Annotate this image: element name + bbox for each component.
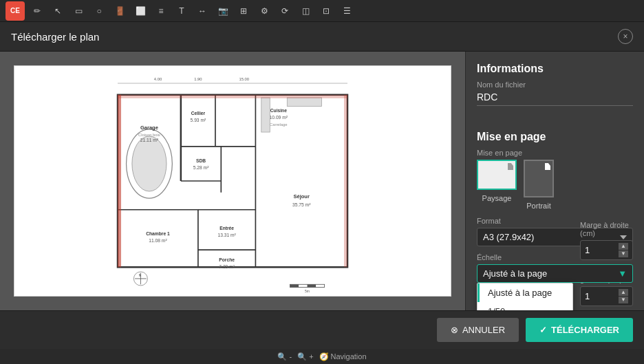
zoom-in-item[interactable]: 🔍 +: [297, 352, 313, 361]
floor-plan-container: 4.00 1.90 15.00: [14, 65, 451, 297]
settings-panel: Informations Nom du fichier RDC Mise en …: [465, 52, 644, 310]
scale-option-auto[interactable]: Ajusté à la page: [477, 283, 572, 302]
zoom-out-item[interactable]: 🔍 -: [277, 352, 292, 361]
margin-left-spinners: ▲ ▼: [619, 289, 628, 303]
margin-left-input[interactable]: [585, 291, 619, 301]
scale-select-btn[interactable]: Ajusté à la page ▼: [477, 264, 633, 283]
orientation-row: Paysage Portrait: [477, 160, 633, 210]
toolbar-icon-extra4[interactable]: ☰: [339, 3, 355, 19]
landscape-doc-icon: [508, 163, 513, 170]
toolbar-icon-cursor[interactable]: ↖: [50, 3, 66, 19]
download-button[interactable]: ✓ TÉLÉCHARGER: [526, 318, 633, 342]
svg-text:Carrelage: Carrelage: [270, 122, 288, 127]
toolbar-icon-door[interactable]: 🚪: [111, 3, 128, 19]
orientation-label: Mise en page: [477, 149, 633, 157]
navigation-icon: 🧭: [319, 352, 329, 361]
top-toolbar: CE ✏ ↖ ▭ ○ 🚪 ⬜ ≡ T ↔ 📷 ⊞ ⚙ ⟳ ◫ ⊡ ☰: [0, 0, 644, 22]
mise-en-page-title: Mise en page: [477, 131, 633, 143]
toolbar-icon-layers[interactable]: ⊞: [235, 3, 252, 19]
toolbar-icon-text[interactable]: T: [173, 3, 190, 19]
plan-preview-area: 4.00 1.90 15.00: [0, 52, 465, 310]
svg-text:Garage: Garage: [140, 125, 158, 131]
zoom-in-icon: 🔍: [297, 352, 307, 361]
svg-text:11.08 m²: 11.08 m²: [149, 238, 167, 243]
filename-label: Nom du fichier: [477, 81, 633, 89]
toolbar-icon-dimension[interactable]: ↔: [194, 3, 211, 19]
cancel-button[interactable]: ⊗ ANNULER: [437, 318, 519, 342]
svg-text:35.75 m²: 35.75 m²: [292, 202, 311, 207]
svg-text:5m: 5m: [305, 289, 310, 293]
svg-point-18: [132, 136, 167, 191]
svg-text:Cloison bois: Cloison bois: [138, 133, 160, 137]
portrait-box[interactable]: [524, 160, 554, 197]
svg-text:15.00: 15.00: [239, 77, 249, 81]
navigation-item[interactable]: 🧭 Navigation: [319, 352, 367, 361]
margin-right-up-btn[interactable]: ▲: [619, 243, 628, 250]
svg-text:4.00: 4.00: [154, 77, 162, 81]
toolbar-icon-circle[interactable]: ○: [91, 3, 107, 19]
toolbar-icon-extra2[interactable]: ◫: [297, 3, 314, 19]
informations-section: Informations Nom du fichier RDC: [477, 63, 633, 106]
informations-title: Informations: [477, 63, 633, 75]
margin-left-down-btn[interactable]: ▼: [619, 297, 628, 303]
toolbar-icon-extra3[interactable]: ⊡: [318, 3, 334, 19]
portrait-btn[interactable]: Portrait: [524, 160, 554, 210]
toolbar-icon-window[interactable]: ⬜: [132, 3, 149, 19]
svg-rect-48: [118, 95, 347, 98]
svg-rect-27: [261, 98, 270, 132]
modal-header: Télécharger le plan ×: [0, 22, 644, 52]
modal-title: Télécharger le plan: [11, 31, 99, 43]
filename-value: RDC: [477, 92, 633, 106]
svg-rect-47: [118, 95, 121, 268]
portrait-label: Portrait: [526, 202, 550, 210]
svg-text:10.09 m²: 10.09 m²: [270, 115, 288, 120]
download-label: TÉLÉCHARGER: [551, 325, 619, 335]
svg-text:5.28 m²: 5.28 m²: [193, 165, 209, 170]
svg-text:Chambre 1: Chambre 1: [146, 231, 170, 236]
svg-text:1.90: 1.90: [194, 77, 202, 81]
toolbar-icon-extra1[interactable]: ⟳: [277, 3, 293, 19]
svg-text:7.39 m²: 7.39 m²: [219, 264, 235, 269]
app-logo: CE: [6, 1, 25, 21]
landscape-box[interactable]: [477, 160, 517, 190]
svg-text:Cuisine: Cuisine: [270, 108, 287, 113]
svg-text:Porche: Porche: [219, 257, 235, 262]
zoom-out-label: -: [289, 352, 292, 361]
scale-label: Échelle: [477, 253, 633, 261]
navigation-label: Navigation: [331, 352, 367, 361]
margin-left-up-btn[interactable]: ▲: [619, 289, 628, 296]
zoom-out-icon: 🔍: [277, 352, 287, 361]
svg-rect-49: [344, 95, 347, 268]
svg-text:5.93 m²: 5.93 m²: [191, 118, 206, 122]
svg-text:Cellier: Cellier: [191, 111, 206, 116]
margin-right-label: Marge à droite (cm): [580, 221, 633, 237]
zoom-in-label: +: [309, 352, 313, 361]
mise-en-page-section: Mise en page Mise en page Paysage: [477, 131, 633, 306]
modal-overlay: Télécharger le plan × 4.00 1.90 15.00: [0, 22, 644, 349]
toolbar-icon-rectangle[interactable]: ▭: [70, 3, 87, 19]
margin-left-input-wrapper: ▲ ▼: [580, 286, 633, 306]
scale-chevron-icon: ▼: [618, 268, 627, 279]
modal-close-button[interactable]: ×: [618, 29, 633, 44]
toolbar-icon-camera[interactable]: 📷: [215, 3, 231, 19]
toolbar-icon-stairs[interactable]: ≡: [153, 3, 169, 19]
modal-footer: ⊗ ANNULER ✓ TÉLÉCHARGER: [0, 310, 644, 349]
scale-selected-value: Ajusté à la page: [483, 268, 547, 279]
landscape-btn[interactable]: Paysage: [477, 160, 517, 210]
modal-body: 4.00 1.90 15.00: [0, 52, 644, 310]
floor-plan-svg: 4.00 1.90 15.00: [14, 66, 451, 296]
cancel-label: ANNULER: [462, 325, 505, 335]
svg-rect-44: [290, 284, 299, 287]
landscape-label: Paysage: [482, 194, 512, 202]
svg-text:Entrée: Entrée: [219, 226, 234, 231]
svg-text:21.11 m²: 21.11 m²: [140, 138, 159, 142]
toolbar-icon-pencil[interactable]: ✏: [29, 3, 45, 19]
svg-rect-45: [308, 284, 316, 287]
bottom-bar: 🔍 - 🔍 + 🧭 Navigation: [0, 349, 644, 364]
svg-text:Séjour: Séjour: [294, 193, 310, 200]
scale-option-50[interactable]: 1/50: [477, 302, 572, 310]
scale-dropdown: Ajusté à la page 1/50 1/75 1/100 1/150 1…: [477, 283, 573, 310]
toolbar-icon-settings[interactable]: ⚙: [256, 3, 272, 19]
svg-text:13.31 m²: 13.31 m²: [217, 233, 236, 237]
svg-rect-28: [287, 98, 321, 107]
